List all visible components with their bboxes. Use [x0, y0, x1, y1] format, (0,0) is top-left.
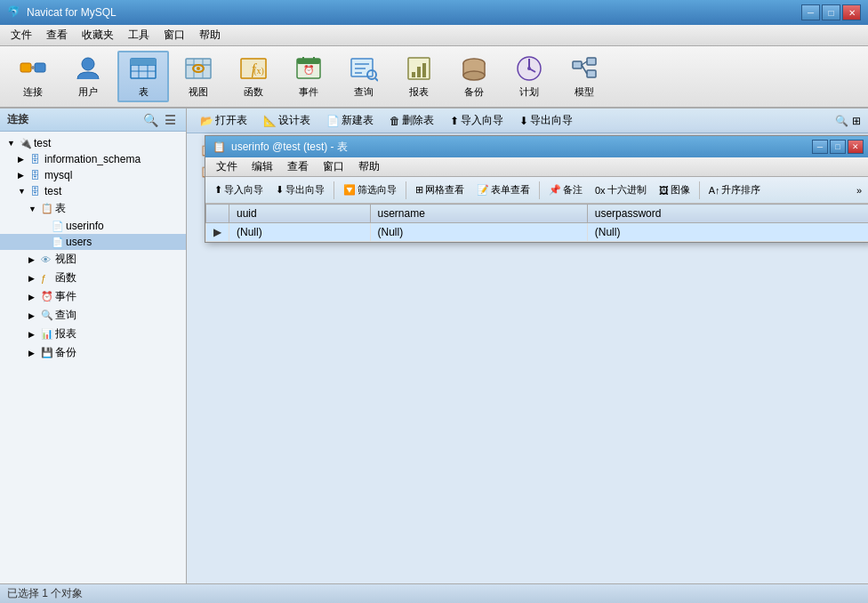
sort-button[interactable]: A↑ 升序排序	[703, 181, 767, 199]
inner-minimize-button[interactable]: ─	[812, 140, 828, 154]
cell-username[interactable]: (Null)	[370, 223, 587, 242]
model-icon	[570, 54, 599, 83]
import-wizard-button[interactable]: ⬆ 导入向导	[444, 110, 510, 131]
right-panel: 📂 打开表 📐 设计表 📄 新建表 🗑 删除表 ⬆ 导入向导 ⬇ 导出向导	[187, 109, 868, 583]
design-icon: 📐	[263, 115, 277, 127]
layout-icon[interactable]: ☰	[161, 112, 179, 128]
toolbar-table[interactable]: 表	[117, 51, 169, 102]
form-view-button[interactable]: 📝 表单查看	[471, 181, 535, 199]
connection-icon: 🔌	[20, 138, 32, 149]
tree-item-users[interactable]: 📄 users	[0, 234, 186, 250]
toolbar-report[interactable]: 报表	[393, 51, 445, 102]
tree-label: 表	[55, 201, 66, 216]
user-icon	[74, 54, 102, 83]
toolbar-event-label: 事件	[299, 85, 318, 99]
toolbar-plan[interactable]: 计划	[503, 51, 555, 102]
column-uuid: uuid	[229, 205, 371, 223]
toolbar-query[interactable]: 查询	[338, 51, 390, 102]
export-wizard-button[interactable]: ⬇ 导出向导	[513, 110, 579, 131]
toolbar-view[interactable]: 视图	[173, 51, 224, 102]
import-wizard-inner-button[interactable]: ⬆ 导入向导	[209, 181, 269, 199]
svg-line-48	[582, 65, 587, 74]
menu-tools[interactable]: 工具	[121, 25, 157, 45]
svg-rect-1	[35, 63, 45, 72]
main-layout: 连接 🔍 ☰ ▼ 🔌 test ▶ 🗄 information_schema ▶	[0, 109, 868, 583]
table-row[interactable]: ▶ (Null) (Null) (Null)	[206, 223, 869, 242]
minimize-button[interactable]: ─	[801, 4, 820, 20]
new-table-button[interactable]: 📄 新建表	[320, 110, 380, 131]
toolbar-plan-label: 计划	[519, 85, 539, 99]
toolbar-event[interactable]: ⏰ 事件	[283, 51, 334, 102]
delete-icon: 🗑	[390, 115, 400, 127]
export-icon: ⬇	[519, 115, 528, 127]
connection-bar-label: 连接	[7, 112, 28, 127]
folder-icon: 📋	[41, 203, 53, 214]
tree-item-events[interactable]: ▶ ⏰ 事件	[0, 287, 186, 306]
maximize-button[interactable]: □	[822, 4, 840, 20]
grid-view-button[interactable]: ⊞ 网格查看	[410, 181, 470, 199]
close-button[interactable]: ✕	[842, 4, 861, 20]
inner-menu-view[interactable]: 查看	[280, 157, 316, 176]
toolbar-separator	[699, 181, 700, 199]
toolbar-connect[interactable]: 连接	[7, 51, 59, 102]
tree-item-information-schema[interactable]: ▶ 🗄 information_schema	[0, 151, 186, 167]
toolbar-model[interactable]: 模型	[559, 51, 610, 102]
cell-uuid[interactable]: (Null)	[229, 223, 371, 242]
delete-table-button[interactable]: 🗑 删除表	[383, 110, 440, 131]
inner-menu-help[interactable]: 帮助	[351, 157, 387, 176]
toolbar-func[interactable]: f (x) 函数	[228, 51, 279, 102]
backup-icon	[460, 54, 488, 83]
query-folder-icon: 🔍	[41, 310, 53, 321]
tree-item-funcs[interactable]: ▶ ƒ 函数	[0, 269, 186, 287]
inner-close-button[interactable]: ✕	[848, 140, 864, 154]
inner-menu-window[interactable]: 窗口	[316, 157, 351, 176]
connection-bar-actions: 🔍 ☰	[141, 112, 179, 128]
table-icon: 📄	[52, 221, 64, 232]
titlebar: 🐬 Navicat for MySQL ─ □ ✕	[0, 0, 868, 25]
inner-menu-file[interactable]: 文件	[209, 157, 245, 176]
search-icon[interactable]: 🔍	[141, 112, 159, 128]
table-icon	[129, 54, 157, 83]
design-table-button[interactable]: 📐 设计表	[257, 110, 317, 131]
tree-item-tables-folder[interactable]: ▼ 📋 表	[0, 199, 186, 218]
menu-view[interactable]: 查看	[39, 25, 75, 45]
tree-label: test	[34, 137, 51, 149]
func-icon: f (x)	[239, 54, 268, 83]
menu-favorites[interactable]: 收藏夹	[75, 25, 121, 45]
left-panel: 连接 🔍 ☰ ▼ 🔌 test ▶ 🗄 information_schema ▶	[0, 109, 187, 583]
tree-item-test-db[interactable]: ▼ 🗄 test	[0, 183, 186, 199]
cell-userpassword[interactable]: (Null)	[587, 223, 868, 242]
menu-window[interactable]: 窗口	[157, 25, 192, 45]
inner-restore-button[interactable]: □	[830, 140, 846, 154]
column-username: username	[370, 205, 587, 223]
export-icon: ⬇	[276, 184, 284, 196]
menu-help[interactable]: 帮助	[192, 25, 228, 45]
more-button[interactable]: »	[851, 182, 867, 198]
tree-item-queries[interactable]: ▶ 🔍 查询	[0, 306, 186, 325]
table-icon: 📄	[52, 237, 64, 248]
grid-toggle-icon[interactable]: ⊞	[852, 115, 861, 127]
svg-rect-25	[351, 59, 373, 76]
toggle-icon: ▼	[7, 139, 18, 148]
svg-point-16	[197, 67, 200, 70]
search-icon: 🔍	[835, 115, 848, 127]
hex-button[interactable]: 0x 十六进制	[590, 181, 652, 199]
export-wizard-inner-button[interactable]: ⬇ 导出向导	[270, 181, 330, 199]
image-button[interactable]: 🖼 图像	[654, 181, 695, 199]
filter-icon: 🔽	[343, 184, 356, 196]
inner-menu-edit[interactable]: 编辑	[245, 157, 280, 176]
open-table-button[interactable]: 📂 打开表	[194, 110, 253, 131]
toolbar-backup[interactable]: 备份	[448, 51, 500, 102]
tree-item-reports[interactable]: ▶ 📊 报表	[0, 325, 186, 343]
tree-item-views[interactable]: ▶ 👁 视图	[0, 250, 186, 269]
toolbar-user[interactable]: 用户	[62, 51, 114, 102]
note-button[interactable]: 📌 备注	[543, 181, 588, 199]
tree-item-mysql[interactable]: ▶ 🗄 mysql	[0, 167, 186, 183]
tree-item-backups[interactable]: ▶ 💾 备份	[0, 343, 186, 362]
tree-item-test-connection[interactable]: ▼ 🔌 test	[0, 135, 186, 151]
svg-rect-21	[297, 59, 320, 64]
menu-file[interactable]: 文件	[4, 25, 39, 45]
tree-item-userinfo[interactable]: 📄 userinfo	[0, 218, 186, 234]
statusbar: 已选择 1 个对象	[0, 583, 868, 603]
filter-wizard-button[interactable]: 🔽 筛选向导	[338, 181, 402, 199]
